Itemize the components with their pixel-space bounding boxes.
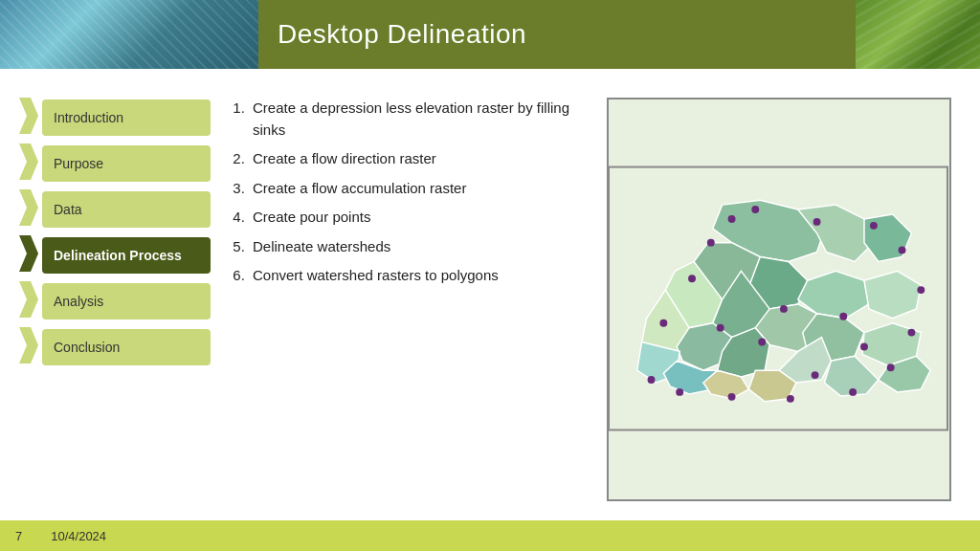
svg-point-26	[899, 247, 906, 254]
svg-point-28	[907, 329, 915, 337]
footer: 7 10/4/2024	[0, 520, 980, 551]
svg-point-34	[648, 376, 656, 384]
svg-point-23	[751, 206, 759, 213]
svg-point-43	[758, 339, 766, 346]
sidebar-label-conclusion: Conclusion	[42, 329, 211, 365]
svg-point-30	[849, 388, 857, 396]
step-item: Convert watershed rasters to polygons	[249, 265, 588, 287]
svg-point-36	[688, 275, 696, 282]
header-image-left	[0, 0, 258, 69]
chevron-icon-delineation-process	[19, 235, 38, 276]
step-item: Create a flow accumulation raster	[249, 178, 588, 200]
step-item: Create pour points	[249, 207, 588, 229]
sidebar-label-analysis: Analysis	[42, 283, 211, 320]
watershed-map	[607, 98, 951, 501]
svg-point-32	[728, 393, 736, 401]
chevron-icon-introduction	[19, 98, 38, 138]
footer-date: 10/4/2024	[51, 529, 106, 543]
svg-point-41	[860, 342, 868, 350]
step-item: Delineate watersheds	[249, 236, 588, 258]
header-image-right	[856, 0, 980, 69]
svg-point-33	[676, 388, 683, 396]
steps-list: Create a depression less elevation raste…	[230, 93, 588, 501]
sidebar-item-analysis[interactable]: Analysis	[19, 281, 211, 321]
chevron-icon-analysis	[19, 281, 38, 321]
chevron-icon-conclusion	[19, 327, 38, 367]
main-content: IntroductionPurposeDataDelineation Proce…	[0, 69, 980, 520]
header-title-area: Desktop Delineation	[258, 0, 856, 69]
sidebar-label-introduction: Introduction	[42, 99, 211, 136]
step-item: Create a flow direction raster	[249, 148, 588, 170]
step-item: Create a depression less elevation raste…	[249, 98, 588, 141]
svg-point-31	[787, 395, 794, 403]
sidebar-item-conclusion[interactable]: Conclusion	[19, 327, 211, 367]
svg-point-27	[917, 286, 924, 294]
svg-point-42	[812, 371, 819, 379]
sidebar-label-purpose: Purpose	[42, 145, 211, 182]
sidebar-item-delineation-process[interactable]: Delineation Process	[19, 235, 211, 276]
header: Desktop Delineation	[0, 0, 980, 69]
sidebar-label-delineation-process: Delineation Process	[42, 237, 211, 274]
sidebar-item-data[interactable]: Data	[19, 189, 211, 230]
svg-point-29	[887, 364, 895, 371]
svg-point-44	[717, 324, 724, 332]
sidebar-item-introduction[interactable]: Introduction	[19, 98, 211, 138]
content-area: Create a depression less elevation raste…	[230, 88, 951, 501]
svg-point-40	[839, 313, 847, 320]
page-title: Desktop Delineation	[278, 19, 526, 50]
sidebar-item-purpose[interactable]: Purpose	[19, 143, 211, 184]
sidebar-label-data: Data	[42, 191, 211, 228]
chevron-icon-data	[19, 189, 38, 230]
svg-point-39	[780, 305, 788, 313]
page-number: 7	[15, 529, 22, 543]
svg-point-38	[728, 215, 736, 223]
svg-point-35	[659, 320, 667, 327]
sidebar-nav: IntroductionPurposeDataDelineation Proce…	[19, 88, 211, 501]
svg-point-25	[870, 222, 878, 230]
chevron-icon-purpose	[19, 143, 38, 184]
svg-point-37	[707, 239, 715, 247]
svg-point-24	[813, 218, 821, 226]
